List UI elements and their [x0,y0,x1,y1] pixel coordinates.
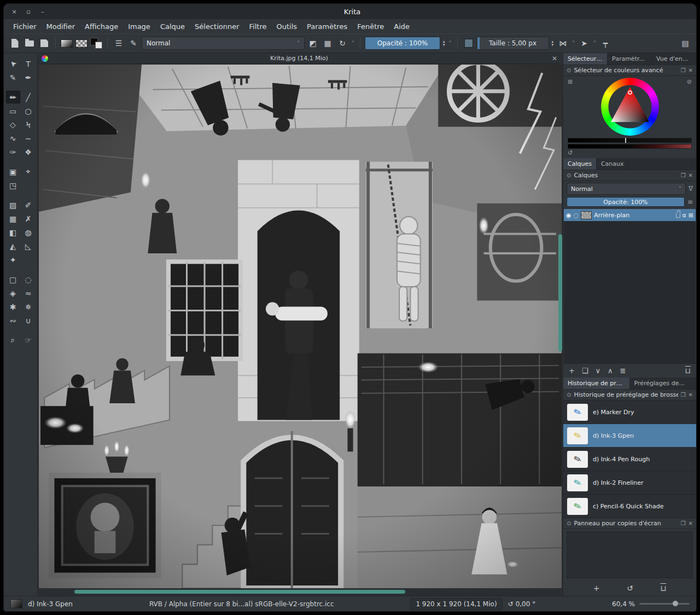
layer-dot-icon[interactable]: ◌ [574,212,579,219]
add-layer-button[interactable]: + [569,367,575,375]
ellipse-tool[interactable]: ○ [21,105,36,117]
menu-aide[interactable]: Aide [389,21,415,32]
tab-brush-history[interactable]: Historique de préréglage ... [563,378,630,389]
layer-menu-icon[interactable]: ≡ [687,198,693,206]
similar-color-select-tool[interactable]: ✱ [6,300,20,313]
window-close-button[interactable]: × [9,7,19,16]
size-color-chip[interactable] [462,37,475,50]
canvas-viewport[interactable] [38,64,563,596]
reference-images-tool[interactable]: ✦ [6,253,20,266]
bezier-select-tool[interactable]: ∾ [6,314,20,327]
hue-wheel[interactable] [601,78,659,136]
multibrush-tool[interactable]: ❖ [21,146,36,158]
value-slider-handle[interactable] [625,138,626,143]
tab-calques[interactable]: Calques [563,158,597,170]
move-tool[interactable]: ⌖ [21,165,36,178]
magnetic-select-tool[interactable]: ∪ [21,314,36,327]
document-close-button[interactable]: ✕ [550,55,559,62]
close-panel-icon[interactable]: ✕ [689,67,693,73]
layer-row-arriere-plan[interactable]: ◉ ◌ Arrière-plan α ⊞ [564,209,696,221]
zoom-tool[interactable]: ⌕ [6,334,20,346]
layers-list-empty-area[interactable] [564,221,696,363]
polygon-tool[interactable]: ◇ [6,118,20,131]
menu-filtre[interactable]: Filtre [244,21,272,32]
fill-tool[interactable]: ◧ [6,226,20,239]
window-maximize-button[interactable]: ▫ [24,7,33,16]
rotation-reset-icon[interactable]: ↺ [508,600,514,608]
refresh-colors-icon[interactable]: ↺ [568,149,573,156]
mirror-horizontal-button[interactable]: ⋈ [556,37,569,50]
menu-affichage[interactable]: Affichage [80,21,123,32]
panel-menu-icon[interactable]: ⊙ [567,392,571,398]
opacity-slider[interactable]: Opacité : 100% [365,37,440,50]
menu-outils[interactable]: Outils [271,21,302,32]
lock-icon[interactable] [676,213,680,218]
edit-shapes-tool[interactable]: ✎ [6,71,20,84]
ellipse-select-tool[interactable]: ◌ [21,273,36,286]
vertical-scrollbar[interactable] [558,234,562,351]
horizontal-scrollbar[interactable] [74,590,405,594]
layer-properties-button[interactable]: ≣ [620,367,626,375]
panel-menu-icon[interactable]: ⊙ [567,172,571,178]
opacity-spinner[interactable]: ▴▾ [442,40,446,47]
zoom-slider[interactable] [639,603,690,605]
open-document-button[interactable] [23,37,36,50]
dynamic-brush-tool[interactable]: ✑ [6,146,20,158]
delete-screenshot-button[interactable]: ⊔ [660,584,666,593]
gradient-tool[interactable]: ▨ [6,199,20,211]
move-layer-up-button[interactable]: ∧ [608,367,613,375]
layer-visibility-icon[interactable]: ◉ [566,212,571,219]
smart-patch-tool[interactable]: ✗ [21,212,36,225]
zoom-slider-handle[interactable] [673,601,678,606]
float-panel-icon[interactable]: ❐ [681,67,686,73]
pattern-edit-tool[interactable]: ▦ [6,212,20,225]
brush-history-item[interactable]: ✎ c) Pencil-6 Quick Shade [563,495,696,518]
measure-tool[interactable]: ◺ [21,240,36,252]
size-spinner[interactable]: ▴▾ [551,40,555,47]
panel-menu-icon[interactable]: ⊙ [567,520,571,526]
duplicate-layer-button[interactable]: ❏ [582,367,588,375]
tab-brush-presets[interactable]: Préréglages de... [630,378,697,389]
enclose-fill-tool[interactable]: ◍ [21,226,36,239]
chevron-down-icon[interactable]: ˅ [448,40,453,47]
menu-image[interactable]: Image [123,21,155,32]
inherit-alpha-icon[interactable]: ⊞ [689,212,693,219]
polygon-select-tool[interactable]: ◈ [6,287,20,299]
freehand-select-tool[interactable]: ≈ [21,287,36,299]
layer-opacity-slider[interactable]: Opacité: 100% [567,197,685,207]
add-screenshot-button[interactable]: + [593,584,600,593]
pan-tool[interactable]: ☞ [21,334,36,346]
layer-blend-mode-combo[interactable]: Normal ˅ [567,183,686,195]
freehand-path-tool[interactable]: ∼ [21,132,36,144]
brush-history-item[interactable]: ✎ d) Ink-4 Pen Rough [563,448,696,471]
line-tool[interactable]: ╱ [21,91,36,103]
close-panel-icon[interactable]: ✕ [689,392,693,398]
float-panel-icon[interactable]: ❐ [681,392,686,398]
brush-history-item[interactable]: ✎ e) Marker Dry [563,401,696,424]
chevron-down-icon[interactable]: ˅ [571,40,576,47]
fg-bg-color-chooser[interactable] [90,37,103,50]
assistants-tool[interactable]: ◭ [6,240,20,252]
blend-mode-combo[interactable]: Normal ˅ [142,37,305,50]
screenshot-history-button[interactable]: ↺ [627,584,633,593]
window-minimize-button[interactable]: – [38,7,48,16]
menu-calque[interactable]: Calque [155,21,190,32]
no-color-icon[interactable]: ⊘ [687,78,692,85]
contiguous-select-tool[interactable]: ✵ [21,300,36,313]
pattern-chooser[interactable] [75,37,88,50]
crop-tool[interactable]: ◳ [6,179,20,192]
color-settings-icon[interactable]: ⊞ [568,78,573,85]
screenshot-list-empty[interactable] [567,531,693,578]
close-panel-icon[interactable]: ✕ [689,520,693,526]
move-layer-down-button[interactable]: ∨ [596,367,601,375]
trim-tool-button[interactable]: ┯ [599,37,612,50]
statusbar-rotation[interactable]: ↺ 0,00 ° [508,600,536,608]
menu-selectionner[interactable]: Sélectionner [190,21,244,32]
rectangle-tool[interactable]: ▭ [6,105,20,117]
save-button[interactable] [38,37,51,50]
alpha-lock-icon[interactable]: α [682,212,686,219]
calligraphy-tool[interactable]: ✒ [21,71,36,84]
gradient-chooser[interactable] [60,37,73,50]
transform-tool[interactable]: ▣ [6,165,20,178]
tab-overview[interactable]: Vue d'en... [652,53,696,65]
